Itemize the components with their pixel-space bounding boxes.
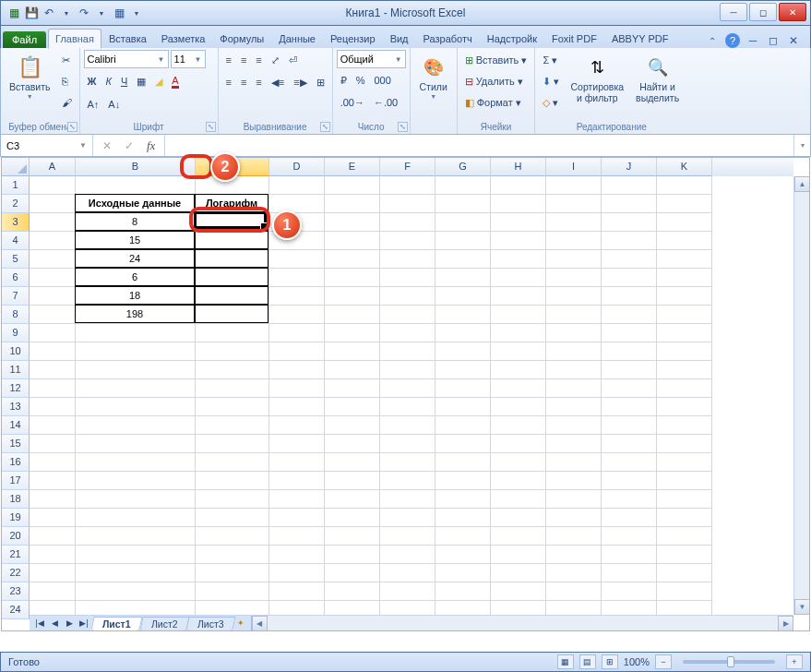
cell[interactable] — [491, 582, 546, 601]
cell[interactable] — [380, 398, 435, 416]
page-break-view-button[interactable]: ⊞ — [602, 654, 618, 669]
data-cell[interactable]: Логарифм — [195, 194, 268, 212]
cell[interactable] — [76, 342, 196, 361]
first-sheet-button[interactable]: |◀ — [33, 618, 46, 628]
row-header-21[interactable]: 21 — [2, 546, 30, 564]
cell[interactable] — [657, 306, 712, 324]
cell[interactable] — [76, 435, 196, 453]
cell[interactable] — [380, 527, 435, 546]
wrap-text-button[interactable]: ⏎ — [285, 50, 301, 70]
cell[interactable] — [602, 472, 657, 490]
cell[interactable] — [657, 564, 712, 582]
redo-icon[interactable]: ↷ — [77, 6, 91, 20]
tab-formulas[interactable]: Формулы — [212, 29, 271, 48]
cell[interactable] — [325, 342, 380, 361]
scroll-left-button[interactable]: ◀ — [252, 616, 268, 631]
tab-view[interactable]: Вид — [383, 29, 416, 48]
cell[interactable] — [546, 453, 602, 472]
cell[interactable] — [546, 398, 602, 416]
align-bottom-button[interactable]: ≡ — [252, 50, 265, 70]
cell[interactable] — [76, 379, 196, 398]
cut-button[interactable]: ✂ — [58, 50, 76, 70]
cell[interactable] — [380, 232, 435, 250]
cell[interactable] — [546, 416, 602, 435]
cell[interactable] — [657, 453, 712, 472]
row-header-12[interactable]: 12 — [2, 379, 30, 398]
cell[interactable] — [30, 232, 76, 250]
italic-button[interactable]: К — [101, 71, 114, 91]
cell[interactable] — [546, 435, 602, 453]
underline-button[interactable]: Ч — [117, 71, 131, 91]
cell[interactable] — [380, 379, 435, 398]
file-tab[interactable]: Файл — [3, 31, 46, 48]
cell[interactable] — [30, 453, 76, 472]
data-cell[interactable]: 6 — [75, 268, 195, 286]
sort-filter-button[interactable]: ⇅ Сортировка и фильтр — [566, 50, 628, 113]
cell[interactable] — [380, 361, 435, 379]
cell[interactable] — [380, 435, 435, 453]
cell[interactable] — [435, 269, 491, 287]
doc-minimize-icon[interactable]: ─ — [745, 33, 760, 48]
decrease-font-button[interactable]: A↓ — [104, 94, 124, 114]
cell[interactable] — [657, 269, 712, 287]
zoom-thumb[interactable] — [727, 656, 734, 667]
cell[interactable] — [30, 490, 76, 509]
align-top-button[interactable]: ≡ — [222, 50, 235, 70]
name-box[interactable]: C3 ▼ — [1, 135, 93, 156]
cell[interactable] — [76, 582, 196, 601]
cell[interactable] — [76, 398, 196, 416]
cell[interactable] — [491, 306, 546, 324]
font-name-select[interactable]: Calibri▼ — [84, 50, 169, 68]
cell[interactable] — [435, 287, 491, 306]
data-cell[interactable]: Исходные данные — [75, 194, 195, 212]
cell[interactable] — [30, 287, 76, 306]
cell[interactable] — [380, 324, 435, 342]
find-select-button[interactable]: 🔍 Найти и выделить — [631, 50, 684, 113]
cell[interactable] — [30, 324, 76, 342]
cell[interactable] — [491, 546, 546, 564]
new-sheet-button[interactable]: ✦ — [234, 618, 247, 628]
row-header-7[interactable]: 7 — [2, 287, 30, 306]
increase-font-button[interactable]: A↑ — [84, 94, 103, 114]
last-sheet-button[interactable]: ▶| — [78, 618, 90, 628]
cell[interactable] — [269, 287, 325, 306]
cell[interactable] — [269, 527, 325, 546]
excel-icon[interactable]: ▦ — [6, 6, 21, 20]
cell[interactable] — [325, 269, 380, 287]
cell[interactable] — [435, 176, 491, 195]
sheet-tab-1[interactable]: Лист1 — [90, 617, 142, 630]
cell[interactable] — [435, 509, 491, 527]
close-button[interactable]: ✕ — [779, 3, 806, 21]
cell[interactable] — [30, 527, 76, 546]
cell[interactable] — [491, 509, 546, 527]
insert-cells-button[interactable]: ⊞ Вставить ▾ — [461, 50, 531, 70]
cell[interactable] — [76, 176, 196, 195]
cancel-formula-icon[interactable]: ✕ — [99, 139, 115, 152]
undo-icon[interactable]: ↶ — [42, 6, 56, 20]
cell[interactable] — [435, 453, 491, 472]
cell[interactable] — [435, 435, 491, 453]
cell[interactable] — [657, 232, 712, 250]
cell[interactable] — [76, 546, 196, 564]
cell[interactable] — [380, 287, 435, 306]
cell[interactable] — [269, 398, 325, 416]
row-header-14[interactable]: 14 — [2, 416, 30, 435]
col-header-J[interactable]: J — [602, 158, 657, 176]
row-header-11[interactable]: 11 — [2, 361, 30, 379]
cell[interactable] — [657, 379, 712, 398]
cell[interactable] — [269, 250, 325, 269]
cell[interactable] — [269, 472, 325, 490]
cell[interactable] — [491, 287, 546, 306]
help-icon[interactable]: ? — [725, 33, 740, 48]
cell[interactable] — [602, 582, 657, 601]
cell[interactable] — [30, 176, 76, 195]
cell[interactable] — [380, 306, 435, 324]
cell[interactable] — [196, 564, 269, 582]
bold-button[interactable]: Ж — [84, 71, 101, 91]
decrease-decimal-button[interactable]: ←.00 — [370, 92, 401, 113]
qat-customize-icon[interactable]: ▼ — [129, 6, 144, 20]
zoom-in-button[interactable]: + — [786, 654, 803, 669]
cell[interactable] — [380, 195, 435, 213]
cell[interactable] — [435, 195, 491, 213]
data-cell[interactable] — [195, 268, 268, 286]
